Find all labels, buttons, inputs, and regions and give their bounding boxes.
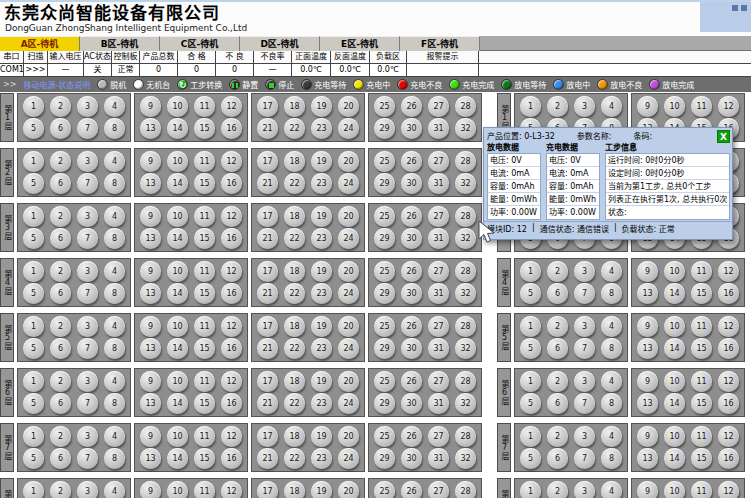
slot-button-14[interactable]: 14 (167, 173, 188, 194)
slot-button-10[interactable]: 10 (664, 481, 685, 498)
slot-button-31[interactable]: 31 (428, 118, 449, 139)
slot-button-4[interactable]: 4 (104, 316, 125, 337)
slot-button-32[interactable]: 32 (455, 173, 476, 194)
slot-button-11[interactable]: 11 (691, 261, 712, 282)
slot-button-18[interactable]: 18 (284, 151, 305, 172)
slot-button-22[interactable]: 22 (284, 173, 305, 194)
slot-button-32[interactable]: 32 (455, 118, 476, 139)
slot-button-2[interactable]: 2 (50, 371, 71, 392)
slot-button-12[interactable]: 12 (718, 481, 739, 498)
slot-button-8[interactable]: 8 (601, 338, 622, 359)
slot-button-25[interactable]: 25 (374, 206, 395, 227)
slot-button-20[interactable]: 20 (338, 206, 359, 227)
slot-button-11[interactable]: 11 (194, 371, 215, 392)
slot-button-19[interactable]: 19 (311, 206, 332, 227)
slot-button-28[interactable]: 28 (455, 426, 476, 447)
slot-button-2[interactable]: 2 (50, 426, 71, 447)
slot-button-11[interactable]: 11 (194, 316, 215, 337)
slot-button-17[interactable]: 17 (257, 206, 278, 227)
slot-button-5[interactable]: 5 (520, 448, 541, 469)
slot-button-11[interactable]: 11 (691, 316, 712, 337)
slot-button-28[interactable]: 28 (455, 316, 476, 337)
tab-zone-0[interactable]: A区-待机 (0, 36, 80, 51)
slot-button-30[interactable]: 30 (401, 393, 422, 414)
slot-button-7[interactable]: 7 (77, 393, 98, 414)
slot-button-17[interactable]: 17 (257, 481, 278, 498)
slot-button-17[interactable]: 17 (257, 96, 278, 117)
slot-button-7[interactable]: 7 (77, 338, 98, 359)
slot-button-6[interactable]: 6 (547, 448, 568, 469)
slot-button-6[interactable]: 6 (547, 283, 568, 304)
slot-button-20[interactable]: 20 (338, 316, 359, 337)
slot-button-7[interactable]: 7 (77, 448, 98, 469)
slot-button-21[interactable]: 21 (257, 118, 278, 139)
slot-button-4[interactable]: 4 (601, 426, 622, 447)
slot-button-7[interactable]: 7 (77, 173, 98, 194)
slot-button-4[interactable]: 4 (104, 151, 125, 172)
slot-button-27[interactable]: 27 (428, 151, 449, 172)
slot-button-3[interactable]: 3 (77, 316, 98, 337)
slot-button-12[interactable]: 12 (221, 316, 242, 337)
slot-button-9[interactable]: 9 (140, 371, 161, 392)
slot-button-10[interactable]: 10 (664, 261, 685, 282)
slot-button-14[interactable]: 14 (167, 228, 188, 249)
slot-button-9[interactable]: 9 (140, 426, 161, 447)
slot-button-12[interactable]: 12 (718, 371, 739, 392)
slot-button-14[interactable]: 14 (167, 283, 188, 304)
slot-button-29[interactable]: 29 (374, 283, 395, 304)
slot-button-5[interactable]: 5 (23, 173, 44, 194)
slot-button-22[interactable]: 22 (284, 283, 305, 304)
slot-button-13[interactable]: 13 (140, 283, 161, 304)
slot-button-4[interactable]: 4 (601, 96, 622, 117)
slot-button-13[interactable]: 13 (140, 448, 161, 469)
slot-button-9[interactable]: 9 (637, 96, 658, 117)
slot-button-16[interactable]: 16 (718, 338, 739, 359)
slot-button-3[interactable]: 3 (574, 316, 595, 337)
slot-button-10[interactable]: 10 (167, 371, 188, 392)
slot-button-1[interactable]: 1 (520, 426, 541, 447)
slot-button-2[interactable]: 2 (50, 316, 71, 337)
slot-button-13[interactable]: 13 (637, 448, 658, 469)
slot-button-9[interactable]: 9 (140, 261, 161, 282)
slot-button-12[interactable]: 12 (221, 96, 242, 117)
slot-button-14[interactable]: 14 (664, 448, 685, 469)
slot-button-26[interactable]: 26 (401, 426, 422, 447)
slot-button-1[interactable]: 1 (23, 426, 44, 447)
slot-button-17[interactable]: 17 (257, 151, 278, 172)
slot-button-22[interactable]: 22 (284, 448, 305, 469)
slot-button-1[interactable]: 1 (520, 96, 541, 117)
slot-button-31[interactable]: 31 (428, 173, 449, 194)
slot-button-3[interactable]: 3 (574, 481, 595, 498)
slot-button-8[interactable]: 8 (104, 338, 125, 359)
slot-button-7[interactable]: 7 (77, 118, 98, 139)
slot-button-6[interactable]: 6 (50, 173, 71, 194)
slot-button-2[interactable]: 2 (50, 261, 71, 282)
slot-button-19[interactable]: 19 (311, 481, 332, 498)
slot-button-26[interactable]: 26 (401, 96, 422, 117)
slot-button-15[interactable]: 15 (691, 338, 712, 359)
slot-button-6[interactable]: 6 (50, 448, 71, 469)
slot-button-11[interactable]: 11 (691, 371, 712, 392)
slot-button-13[interactable]: 13 (140, 228, 161, 249)
slot-button-4[interactable]: 4 (104, 261, 125, 282)
tab-zone-4[interactable]: E区-待机 (320, 36, 400, 51)
slot-button-3[interactable]: 3 (77, 151, 98, 172)
slot-button-16[interactable]: 16 (718, 283, 739, 304)
slot-button-10[interactable]: 10 (664, 426, 685, 447)
slot-button-16[interactable]: 16 (221, 338, 242, 359)
slot-button-27[interactable]: 27 (428, 316, 449, 337)
slot-button-30[interactable]: 30 (401, 283, 422, 304)
slot-button-18[interactable]: 18 (284, 206, 305, 227)
slot-button-12[interactable]: 12 (221, 206, 242, 227)
slot-button-3[interactable]: 3 (77, 206, 98, 227)
slot-button-29[interactable]: 29 (374, 448, 395, 469)
slot-button-10[interactable]: 10 (167, 206, 188, 227)
slot-button-3[interactable]: 3 (77, 371, 98, 392)
slot-button-5[interactable]: 5 (23, 283, 44, 304)
slot-button-29[interactable]: 29 (374, 393, 395, 414)
slot-button-15[interactable]: 15 (194, 228, 215, 249)
slot-button-29[interactable]: 29 (374, 118, 395, 139)
slot-button-12[interactable]: 12 (221, 261, 242, 282)
slot-button-16[interactable]: 16 (718, 448, 739, 469)
slot-button-15[interactable]: 15 (194, 393, 215, 414)
